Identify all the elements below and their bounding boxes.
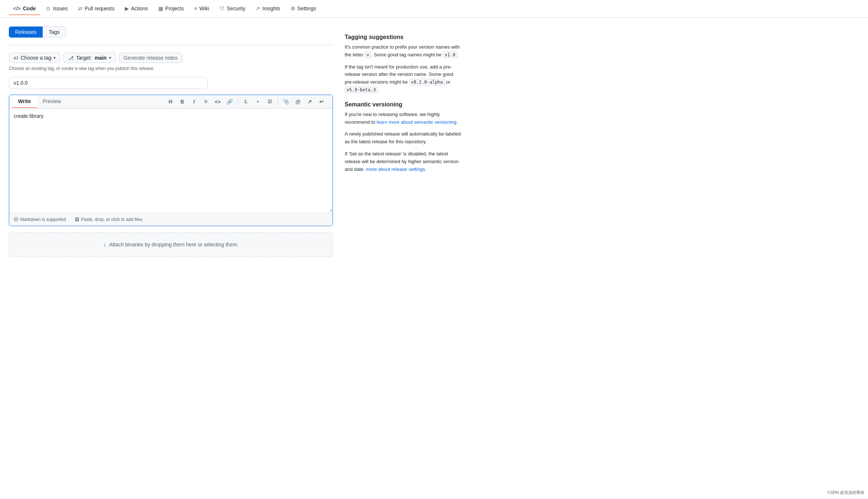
- actions-icon: ▶: [125, 6, 129, 11]
- markdown-hint: Ⓜ Markdown is supported: [14, 216, 66, 223]
- tab-write[interactable]: Write: [12, 95, 37, 108]
- tagging-suggestions-title: Tagging suggestions: [345, 34, 463, 41]
- more-about-release-link[interactable]: more about release settings: [366, 166, 425, 172]
- nav-item-settings[interactable]: ⚙ Settings: [286, 3, 321, 15]
- code-v: v: [365, 52, 371, 58]
- toolbar-link[interactable]: 🔗: [224, 96, 235, 107]
- toolbar-code[interactable]: <>: [212, 96, 223, 107]
- main-container: Releases Tags 🏷 Choose a tag ▾ ⎇ Target:…: [0, 18, 471, 257]
- projects-icon: ▦: [158, 6, 163, 11]
- semantic-para1: If you're new to releasing software, we …: [345, 111, 463, 126]
- markdown-icon: Ⓜ: [14, 216, 18, 223]
- tag-input[interactable]: [9, 77, 208, 89]
- tagging-suggestions-para1: It's common practice to prefix your vers…: [345, 43, 463, 59]
- toolbar-sep-2: [278, 98, 278, 105]
- nav-item-wiki[interactable]: ≡ Wiki: [190, 3, 214, 15]
- settings-icon: ⚙: [291, 6, 295, 11]
- tag-hint: Choose an existing tag, or create a new …: [9, 66, 333, 71]
- code-v1: v1.0: [443, 52, 457, 58]
- tab-tags[interactable]: Tags: [43, 27, 66, 38]
- editor-tab-group: Write Preview: [12, 95, 67, 108]
- branch-icon: ⎇: [68, 55, 74, 61]
- code-beta: v5.9-beta.3: [345, 87, 377, 93]
- editor-tabs-bar: Write Preview H B I ≡ <> 🔗 1. • ☑ 📎 @: [9, 95, 333, 109]
- nav-item-projects[interactable]: ▦ Projects: [154, 3, 189, 15]
- arrow-down-icon: ↓: [103, 241, 106, 248]
- semantic-para2: A newly published release will automatic…: [345, 130, 463, 146]
- insights-icon: ↗: [256, 6, 260, 11]
- toolbar-tasklist[interactable]: ☑: [264, 96, 275, 107]
- editor-container: Write Preview H B I ≡ <> 🔗 1. • ☑ 📎 @: [9, 95, 333, 226]
- editor-footer: Ⓜ Markdown is supported 🖼 Paste, drop, o…: [9, 213, 333, 226]
- code-icon: </>: [13, 6, 21, 11]
- toolbar-sep-1: [238, 98, 238, 105]
- semantic-versioning-section: Semantic versioning If you're new to rel…: [345, 101, 463, 173]
- tag-controls: 🏷 Choose a tag ▾ ⎇ Target: main ▾ Genera…: [9, 53, 333, 63]
- toolbar-quote[interactable]: ≡: [201, 96, 211, 107]
- tagging-suggestions-section: Tagging suggestions It's common practice…: [345, 34, 463, 94]
- tab-preview[interactable]: Preview: [37, 95, 67, 108]
- semantic-versioning-title: Semantic versioning: [345, 101, 463, 108]
- toolbar-external-link[interactable]: ↗: [305, 96, 315, 107]
- nav-item-code[interactable]: </> Code: [9, 3, 40, 15]
- content-area: Releases Tags 🏷 Choose a tag ▾ ⎇ Target:…: [9, 27, 333, 257]
- toolbar-undo[interactable]: ↩: [316, 96, 327, 107]
- code-alpha: v0.2.0-alpha: [409, 79, 445, 85]
- target-branch-dropdown[interactable]: ⎇ Target: main ▾: [63, 53, 116, 63]
- issues-icon: ⊙: [46, 6, 50, 11]
- section-divider: [9, 45, 333, 45]
- attach-binaries[interactable]: ↓ Attach binaries by dropping them here …: [9, 232, 333, 257]
- toolbar-italic[interactable]: I: [189, 96, 199, 107]
- toolbar-heading[interactable]: H: [165, 96, 176, 107]
- toolbar-bold[interactable]: B: [177, 96, 187, 107]
- choose-tag-dropdown[interactable]: 🏷 Choose a tag ▾: [9, 53, 60, 63]
- page-tabs: Releases Tags: [9, 27, 333, 38]
- toolbar-unordered-list[interactable]: •: [253, 96, 263, 107]
- chevron-down-icon: ▾: [53, 55, 56, 60]
- attach-hint[interactable]: 🖼 Paste, drop, or click to add files: [75, 217, 143, 222]
- nav-item-pull-requests[interactable]: ⇄ Pull requests: [74, 3, 119, 15]
- editor-toolbar: H B I ≡ <> 🔗 1. • ☑ 📎 @ ↗ ↩: [162, 95, 330, 108]
- tagging-suggestions-para2: If the tag isn't meant for production us…: [345, 63, 463, 94]
- toolbar-mention[interactable]: @: [293, 96, 303, 107]
- sidebar: Tagging suggestions It's common practice…: [345, 27, 463, 257]
- generate-release-notes-button[interactable]: Generate release notes: [119, 53, 182, 63]
- chevron-down-icon-2: ▾: [109, 55, 111, 60]
- pull-requests-icon: ⇄: [78, 6, 82, 11]
- top-nav: </> Code ⊙ Issues ⇄ Pull requests ▶ Acti…: [0, 0, 868, 18]
- toolbar-ordered-list[interactable]: 1.: [241, 96, 251, 107]
- semantic-versioning-link[interactable]: learn more about semantic versioning: [377, 119, 457, 125]
- security-icon: 🛡: [219, 6, 225, 11]
- tab-releases[interactable]: Releases: [9, 27, 43, 38]
- semantic-para3: If 'Set as the latest release' is disabl…: [345, 150, 463, 173]
- nav-item-insights[interactable]: ↗ Insights: [251, 3, 284, 15]
- tag-input-wrapper: [9, 77, 333, 89]
- nav-item-issues[interactable]: ⊙ Issues: [42, 3, 72, 15]
- release-notes-textarea[interactable]: create library: [9, 109, 333, 212]
- tag-icon: 🏷: [14, 55, 18, 61]
- toolbar-attach[interactable]: 📎: [281, 96, 291, 107]
- nav-item-actions[interactable]: ▶ Actions: [120, 3, 152, 15]
- image-icon: 🖼: [75, 217, 79, 222]
- wiki-icon: ≡: [194, 6, 197, 11]
- nav-item-security[interactable]: 🛡 Security: [215, 3, 250, 15]
